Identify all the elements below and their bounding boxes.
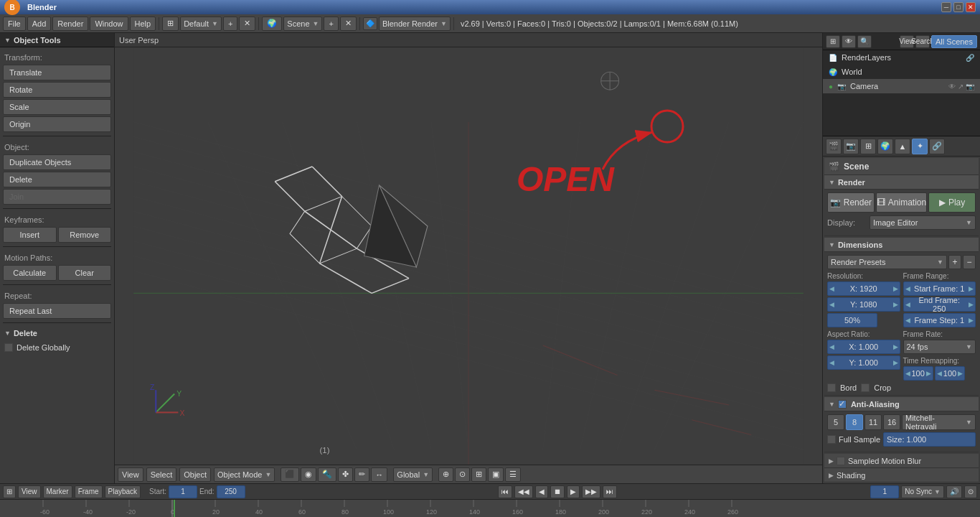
play-button[interactable]: ▶ Play xyxy=(928,192,976,213)
duplicate-objects-button[interactable]: Duplicate Objects xyxy=(3,154,111,170)
tree-camera[interactable]: ● 📷 Camera 👁 ↗ 📷 xyxy=(823,79,980,93)
frame-step-field[interactable]: ◀ Frame Step: 1 ▶ xyxy=(903,313,976,327)
play-next-btn[interactable]: ▶ xyxy=(567,485,580,498)
scene-select[interactable]: Scene ▼ xyxy=(283,17,322,31)
screen-add[interactable]: + xyxy=(223,17,237,31)
end-frame-input[interactable]: 250 xyxy=(217,485,245,498)
outliner-icon-2[interactable]: 👁 xyxy=(842,35,856,48)
clear-button[interactable]: Clear xyxy=(58,265,112,281)
remove-button[interactable]: Remove xyxy=(58,227,112,243)
aa-16-btn[interactable]: 16 xyxy=(883,414,900,430)
full-sample-checkbox[interactable] xyxy=(827,435,836,444)
vp-select-btn[interactable]: Select xyxy=(146,467,177,482)
outliner-icon-3[interactable]: 🔍 xyxy=(857,35,872,48)
prop-icon-render[interactable]: 📷 xyxy=(843,139,859,154)
vp-view-btn[interactable]: View xyxy=(118,467,143,482)
aa-5-btn[interactable]: 5 xyxy=(827,414,844,430)
prop-icon-active[interactable]: ✦ xyxy=(912,139,928,154)
search-btn[interactable]: Search xyxy=(915,35,930,48)
insert-button[interactable]: Insert xyxy=(3,227,57,243)
dimensions-section-header[interactable]: ▼ Dimensions xyxy=(824,238,979,252)
shading-section[interactable]: ▶ Shading xyxy=(824,468,979,483)
start-frame-input[interactable]: 1 xyxy=(169,485,197,498)
prop-icon-scene[interactable]: 🎬 xyxy=(826,139,842,154)
render-button[interactable]: 📷 Render xyxy=(827,192,875,213)
prop-icon-layers[interactable]: ⊞ xyxy=(860,139,876,154)
play-stop-btn[interactable]: ⏹ xyxy=(550,485,565,498)
scene-add[interactable]: + xyxy=(324,17,338,31)
play-jump-start-btn[interactable]: ⏮ xyxy=(498,485,512,498)
display-select[interactable]: Image Editor ▼ xyxy=(870,215,976,230)
screen-remove[interactable]: ✕ xyxy=(239,17,255,31)
motion-blur-section[interactable]: ▶ Sampled Motion Blur xyxy=(824,454,979,468)
tree-render-layers[interactable]: 📄 RenderLayers 🔗 xyxy=(823,50,980,65)
time-new-field[interactable]: ◀ 100 ▶ xyxy=(935,366,965,381)
timeline-playback-btn[interactable]: Playback xyxy=(105,485,141,498)
screen-layout-icon[interactable]: ⊞ xyxy=(162,17,179,31)
scene-icon[interactable]: 🌍 xyxy=(262,17,282,31)
res-y-field[interactable]: ◀ Y: 1080 ▶ xyxy=(827,297,900,312)
size-field[interactable]: Size: 1.000 xyxy=(883,432,976,447)
repeat-last-button[interactable]: Repeat Last xyxy=(3,303,111,319)
timeline-ruler[interactable]: -60 -40 -20 0 20 40 60 80 100 120 xyxy=(0,500,980,517)
vp-icon-4[interactable]: ✤ xyxy=(338,467,353,482)
aa-section-header[interactable]: ▼ ✓ Anti-Aliasing xyxy=(824,397,979,411)
pct-field[interactable]: 50% xyxy=(827,313,877,327)
calculate-button[interactable]: Calculate xyxy=(3,265,57,281)
presets-remove-btn[interactable]: − xyxy=(963,255,976,269)
vp-snap-btn[interactable]: ⊕ xyxy=(438,467,453,482)
window-menu[interactable]: Window xyxy=(90,17,128,31)
scene-remove[interactable]: ✕ xyxy=(340,17,357,31)
timeline-icon[interactable]: ⊞ xyxy=(3,485,16,498)
viewport-canvas[interactable]: Y X Z (1) xyxy=(115,47,822,465)
render-section-header[interactable]: ▼ Render xyxy=(824,175,979,190)
vp-icon-5[interactable]: ✏ xyxy=(354,467,369,482)
tree-world[interactable]: 🌍 World xyxy=(823,65,980,79)
vp-object-btn[interactable]: Object xyxy=(179,467,211,482)
prop-icon-constraints[interactable]: 🔗 xyxy=(929,139,945,154)
vp-icon-3[interactable]: 🔦 xyxy=(318,467,336,482)
time-old-field[interactable]: ◀ 100 ▶ xyxy=(903,366,933,381)
playback-sync-select[interactable]: No Sync ▼ xyxy=(901,485,944,498)
aa-checkbox[interactable]: ✓ xyxy=(838,400,847,409)
timeline-marker-btn[interactable]: Marker xyxy=(43,485,72,498)
prop-icon-world[interactable]: 🌍 xyxy=(877,139,893,154)
maximize-button[interactable]: □ xyxy=(953,2,963,12)
vp-overlay-btn[interactable]: ☰ xyxy=(505,467,521,482)
vp-copy-btn[interactable]: ⊞ xyxy=(471,467,486,482)
play-jump-end-btn[interactable]: ⏭ xyxy=(603,485,617,498)
play-next-key-btn[interactable]: ▶▶ xyxy=(582,485,600,498)
screen-select[interactable]: Default ▼ xyxy=(180,17,222,31)
vp-icon-6[interactable]: ↔ xyxy=(371,467,387,482)
delete-globally-checkbox[interactable] xyxy=(4,343,13,352)
viewport[interactable]: User Persp xyxy=(115,33,822,483)
aspect-x-field[interactable]: ◀ X: 1.000 ▶ xyxy=(827,340,900,354)
motion-blur-checkbox[interactable] xyxy=(837,457,845,465)
aspect-y-field[interactable]: ◀ Y: 1.000 ▶ xyxy=(827,355,900,370)
frame-rate-select[interactable]: 24 fps ▼ xyxy=(903,340,976,354)
aa-filter-select[interactable]: Mitchell-Netravali ▼ xyxy=(902,414,976,430)
join-button[interactable]: Join xyxy=(3,189,111,205)
start-frame-field[interactable]: ◀ Start Frame: 1 ▶ xyxy=(903,281,976,296)
end-frame-field[interactable]: ◀ End Frame: 250 ▶ xyxy=(903,297,976,312)
crop-checkbox[interactable] xyxy=(861,383,870,392)
vp-mode-select[interactable]: Object Mode ▼ xyxy=(214,467,275,482)
scale-button[interactable]: Scale xyxy=(3,99,111,115)
translate-button[interactable]: Translate xyxy=(3,65,111,80)
vp-icon-2[interactable]: ◉ xyxy=(301,467,316,482)
current-frame-input[interactable]: 1 xyxy=(870,485,899,498)
vp-render-btn[interactable]: ▣ xyxy=(488,467,504,482)
timeline-frame-btn[interactable]: Frame xyxy=(75,485,103,498)
close-button[interactable]: ✕ xyxy=(966,2,976,12)
bord-checkbox[interactable] xyxy=(827,383,836,392)
timeline-extra-btn[interactable]: ⊙ xyxy=(964,485,977,498)
presets-add-btn[interactable]: + xyxy=(948,255,961,269)
aa-8-btn[interactable]: 8 xyxy=(846,414,863,430)
play-prev-key-btn[interactable]: ◀◀ xyxy=(514,485,533,498)
rotate-button[interactable]: Rotate xyxy=(3,82,111,98)
render-engine-select[interactable]: Blender Render ▼ xyxy=(379,17,451,31)
vp-proportional-btn[interactable]: ⊙ xyxy=(455,467,470,482)
render-presets-select[interactable]: Render Presets ▼ xyxy=(827,255,947,269)
timeline-view-btn[interactable]: View xyxy=(18,485,41,498)
outliner-icon-1[interactable]: ⊞ xyxy=(826,35,840,48)
